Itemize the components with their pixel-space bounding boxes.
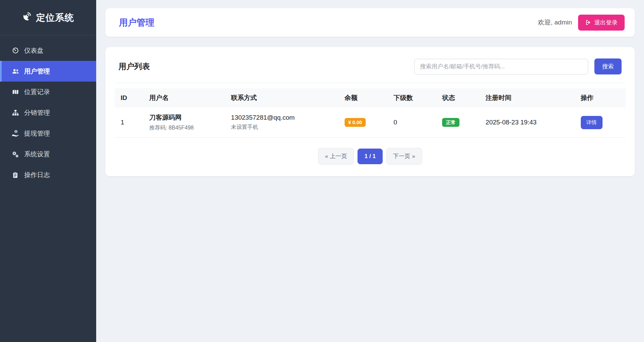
cell-actions: 详情 — [575, 107, 626, 138]
app-title: 定位系统 — [36, 12, 74, 24]
search-button[interactable]: 搜索 — [594, 58, 622, 74]
sidebar-item-withdrawals[interactable]: $ 提现管理 — [0, 123, 96, 144]
cell-username: 刀客源码网 推荐码: 8B45F498 — [143, 107, 225, 138]
col-header-actions: 操作 — [575, 88, 626, 107]
email-text: 1302357281@qq.com — [231, 114, 332, 121]
sitemap-icon — [11, 109, 19, 116]
map-icon — [11, 88, 19, 96]
svg-text:$: $ — [15, 130, 17, 133]
user-list-card: 用户列表 搜索 ID 用户名 联系方式 余额 下级数 — [105, 47, 635, 176]
col-header-registered: 注册时间 — [480, 88, 575, 107]
col-header-id: ID — [115, 88, 143, 107]
col-header-subordinates: 下级数 — [387, 88, 436, 107]
welcome-text: 欢迎, admin — [538, 18, 572, 27]
table-row: 1 刀客源码网 推荐码: 8B45F498 1302357281@qq.com … — [115, 107, 626, 138]
current-page-indicator: 1 / 1 — [358, 149, 382, 164]
sidebar-item-locations[interactable]: 位置记录 — [0, 82, 96, 102]
status-badge: 正常 — [442, 118, 459, 127]
search-area: 搜索 — [414, 58, 622, 74]
satellite-dish-icon — [22, 12, 31, 23]
users-icon — [11, 67, 19, 75]
main-area: 用户管理 欢迎, admin 退出登录 用户列表 搜索 — [96, 0, 644, 342]
log-icon — [11, 172, 19, 178]
list-title: 用户列表 — [119, 61, 150, 72]
sidebar-item-dashboard[interactable]: 仪表盘 — [0, 40, 96, 61]
page-title: 用户管理 — [119, 17, 154, 29]
logout-button[interactable]: 退出登录 — [578, 15, 625, 31]
table-header-row: ID 用户名 联系方式 余额 下级数 状态 注册时间 操作 — [115, 88, 626, 107]
sidebar-item-label: 提现管理 — [24, 129, 50, 138]
detail-button[interactable]: 详情 — [581, 116, 603, 129]
sidebar-item-distribution[interactable]: 分销管理 — [0, 102, 96, 123]
sidebar-item-users[interactable]: 用户管理 — [0, 61, 96, 82]
col-header-balance: 余额 — [338, 88, 387, 107]
username-text: 刀客源码网 — [149, 113, 219, 122]
sidebar-item-label: 用户管理 — [24, 67, 50, 76]
dashboard-icon — [11, 47, 19, 54]
cell-subordinates: 0 — [387, 107, 436, 138]
next-page-button[interactable]: 下一页 » — [386, 148, 422, 165]
app-logo: 定位系统 — [0, 0, 96, 35]
sidebar: 定位系统 仪表盘 用户管理 — [0, 0, 96, 342]
sidebar-item-label: 系统设置 — [24, 150, 50, 159]
user-table: ID 用户名 联系方式 余额 下级数 状态 注册时间 操作 1 刀客源码网 — [115, 88, 626, 138]
sidebar-item-label: 分销管理 — [24, 108, 50, 117]
sidebar-item-label: 位置记录 — [24, 88, 50, 97]
sign-out-icon — [585, 19, 591, 25]
sidebar-item-logs[interactable]: 操作日志 — [0, 165, 96, 185]
cell-balance: ¥ 0.00 — [338, 107, 387, 138]
ref-code-text: 推荐码: 8B45F498 — [149, 124, 219, 132]
sidebar-item-label: 操作日志 — [24, 171, 50, 179]
sidebar-menu: 仪表盘 用户管理 位置记录 — [0, 35, 96, 185]
topbar: 用户管理 欢迎, admin 退出登录 — [105, 8, 635, 37]
col-header-status: 状态 — [436, 88, 480, 107]
withdraw-icon: $ — [11, 130, 19, 137]
pagination: « 上一页 1 / 1 下一页 » — [115, 148, 626, 165]
list-card-header: 用户列表 搜索 — [115, 56, 626, 83]
cell-registered: 2025-08-23 19:43 — [480, 107, 575, 138]
topbar-right: 欢迎, admin 退出登录 — [538, 15, 625, 31]
phone-text: 未设置手机 — [231, 124, 332, 131]
balance-badge: ¥ 0.00 — [345, 118, 366, 127]
sidebar-item-settings[interactable]: 系统设置 — [0, 144, 96, 165]
user-table-wrap: ID 用户名 联系方式 余额 下级数 状态 注册时间 操作 1 刀客源码网 — [115, 83, 626, 165]
col-header-contact: 联系方式 — [225, 88, 338, 107]
search-input[interactable] — [414, 59, 588, 74]
logout-label: 退出登录 — [594, 19, 617, 27]
cell-status: 正常 — [436, 107, 480, 138]
col-header-username: 用户名 — [143, 88, 225, 107]
cell-contact: 1302357281@qq.com 未设置手机 — [225, 107, 338, 138]
cell-id: 1 — [115, 107, 143, 138]
prev-page-button[interactable]: « 上一页 — [318, 148, 354, 165]
settings-icon — [11, 151, 19, 158]
sidebar-item-label: 仪表盘 — [24, 46, 43, 55]
